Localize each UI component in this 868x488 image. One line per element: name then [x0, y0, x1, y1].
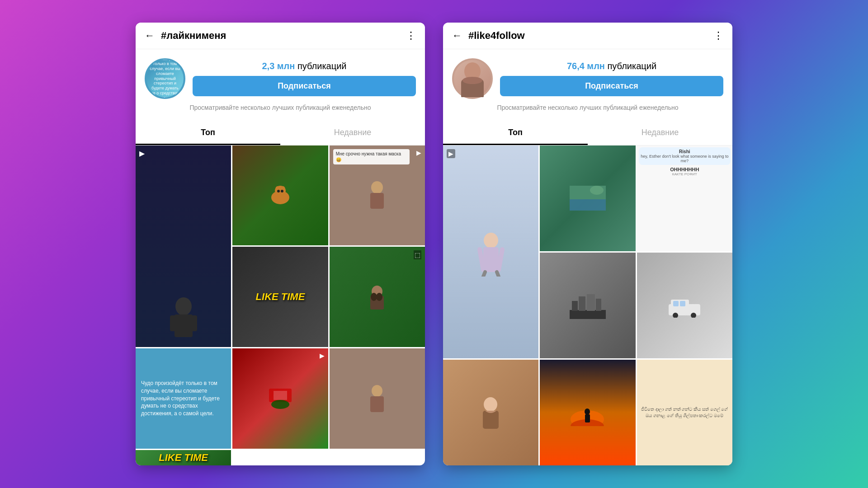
svg-line-28 [483, 272, 485, 277]
svg-point-24 [484, 233, 498, 248]
left-profile-row: Чудо произойдёт только в том случае, есл… [145, 58, 416, 99]
left-hashtag-title: #лайкнименя [161, 30, 406, 42]
left-profile-section: Чудо произойдёт только в том случае, есл… [136, 49, 425, 117]
right-image-grid: ▶ Rishi hey, Esther don't look what some… [443, 145, 732, 465]
multi-photo-icon: ⬚ [414, 250, 421, 259]
left-avatar: Чудо произойдёт только в том случае, есл… [145, 58, 185, 99]
left-pub-count: 2,3 млн публикаций [262, 61, 346, 71]
svg-point-9 [281, 190, 283, 192]
svg-point-23 [462, 77, 482, 84]
like-time-label-1: LIKE TIME [256, 291, 305, 303]
left-grid-item-4[interactable]: LIKE TIME [232, 247, 328, 347]
left-image-grid: ▶ [136, 145, 425, 465]
svg-rect-3 [190, 315, 197, 331]
reel-icon: ▶ [139, 149, 145, 158]
right-tab-recent[interactable]: Недавние [588, 122, 732, 145]
right-stats-area: 76,4 млн публикаций Подписаться [500, 61, 723, 96]
left-grid-item-5[interactable]: ⬚ [330, 247, 425, 347]
left-stats-area: 2,3 млн публикаций Подписаться [193, 61, 416, 96]
play-icon-2: ▶ [320, 352, 325, 359]
right-profile-row: 76,4 млн публикаций Подписаться [452, 58, 723, 99]
right-back-button[interactable]: ← [452, 30, 462, 42]
svg-rect-34 [579, 296, 585, 311]
right-sinhala-text: ජීවිතෙ දාලා ගත් නත් ගන්ට කිය සත් ගෙල් ගේ… [637, 360, 732, 465]
svg-point-32 [590, 186, 604, 195]
left-grid-item-8[interactable]: ▶ [232, 348, 328, 449]
left-grid-item-3[interactable]: Мне срочно нужна такая маска 😄 ▶ [330, 145, 425, 246]
right-header: ← #like4follow ⋮ [443, 23, 732, 49]
left-subscribe-hint: Просматривайте несколько лучших публикац… [189, 103, 371, 113]
right-grid-item-2[interactable] [540, 145, 635, 251]
right-phone-screen: ← #like4follow ⋮ 76,4 млн публикаций [443, 23, 732, 465]
svg-rect-36 [596, 299, 601, 311]
svg-point-10 [371, 181, 383, 194]
right-play-icon-1: ▶ [447, 149, 455, 158]
svg-rect-33 [570, 310, 606, 319]
left-grid-item-7[interactable]: Чудо произойдёт только в том случае, есл… [136, 348, 231, 449]
svg-rect-50 [585, 414, 590, 422]
svg-point-19 [372, 385, 382, 397]
right-grid-item-1[interactable]: ▶ [443, 145, 538, 358]
left-grid-item-9[interactable] [330, 348, 425, 449]
svg-point-49 [585, 408, 590, 415]
right-avatar [452, 58, 493, 99]
svg-point-0 [175, 297, 192, 315]
svg-rect-25 [483, 247, 499, 272]
svg-point-15 [376, 293, 382, 301]
right-grid-item-3[interactable]: Rishi hey, Esther don't look what someon… [637, 145, 732, 251]
left-grid-item-6[interactable]: LIKE TIME [136, 450, 231, 465]
svg-line-27 [499, 249, 502, 270]
svg-rect-37 [572, 301, 578, 311]
right-grid-item-7[interactable] [443, 360, 538, 465]
left-mask-overlay: Мне срочно нужна такая маска 😄 [333, 149, 410, 164]
left-more-menu[interactable]: ⋮ [406, 30, 416, 42]
svg-rect-17 [274, 391, 287, 400]
right-grid-item-8[interactable] [540, 360, 635, 465]
svg-point-44 [484, 397, 497, 412]
left-tab-top[interactable]: Топ [136, 122, 280, 145]
left-back-button[interactable]: ← [145, 30, 155, 42]
left-phone-screen: ← #лайкнименя ⋮ Чудо произойдёт только в… [136, 23, 425, 465]
right-hashtag-title: #like4follow [468, 30, 713, 42]
right-subscribe-button[interactable]: Подписаться [500, 76, 723, 96]
right-pub-count: 76,4 млн публикаций [567, 61, 656, 71]
right-profile-section: 76,4 млн публикаций Подписаться Просматр… [443, 49, 732, 117]
svg-rect-11 [370, 193, 384, 209]
left-avatar-inner: Чудо произойдёт только в том случае, есл… [146, 60, 184, 97]
left-grid-item-2[interactable] [232, 145, 328, 246]
left-tabs: Топ Недавние [136, 122, 425, 145]
svg-rect-40 [673, 301, 679, 306]
right-tabs: Топ Недавние [443, 122, 732, 145]
svg-point-14 [371, 293, 377, 301]
svg-point-18 [271, 400, 289, 409]
svg-point-8 [277, 190, 280, 192]
svg-rect-20 [370, 396, 384, 412]
svg-line-29 [497, 272, 499, 277]
play-icon: ▶ [416, 149, 421, 156]
right-grid-item-5[interactable] [637, 253, 732, 358]
right-subscribe-hint: Просматривайте несколько лучших публикац… [497, 103, 678, 113]
left-subscribe-button[interactable]: Подписаться [193, 76, 416, 96]
right-grid-item-4[interactable] [540, 253, 635, 358]
right-more-menu[interactable]: ⋮ [713, 30, 723, 42]
right-grid-item-9[interactable]: ජීවිතෙ දාලා ගත් නත් ගන්ට කිය සත් ගෙල් ගේ… [637, 360, 732, 465]
left-header: ← #лайкнименя ⋮ [136, 23, 425, 49]
like-time-label-2: LIKE TIME [159, 452, 208, 464]
svg-rect-41 [680, 301, 685, 306]
svg-rect-35 [587, 294, 595, 311]
left-blue-text: Чудо произойдёт только в том случае, есл… [136, 348, 231, 449]
left-tab-recent[interactable]: Недавние [280, 122, 425, 145]
svg-rect-45 [483, 411, 499, 429]
svg-rect-2 [170, 315, 177, 331]
left-grid-item-1[interactable]: ▶ [136, 145, 231, 347]
svg-rect-30 [570, 199, 606, 211]
right-tab-top[interactable]: Топ [443, 122, 588, 145]
svg-line-26 [480, 249, 483, 270]
right-avatar-inner [454, 60, 491, 97]
